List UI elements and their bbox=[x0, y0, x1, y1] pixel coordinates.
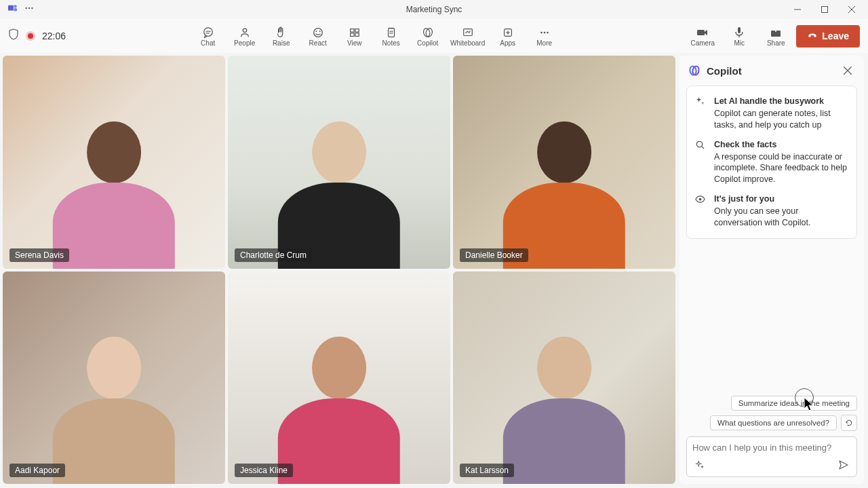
mic-button[interactable]: Mic bbox=[723, 21, 755, 51]
people-icon bbox=[239, 26, 251, 39]
toolbar-actions: Chat People Raise React View Notes Copil… bbox=[192, 21, 561, 51]
eye-icon bbox=[695, 193, 707, 229]
raise-hand-button[interactable]: Raise bbox=[265, 21, 298, 51]
participant-tile[interactable]: Aadi Kapoor bbox=[3, 271, 225, 485]
participant-tile[interactable]: Kat Larsson bbox=[453, 271, 675, 485]
view-button[interactable]: View bbox=[338, 21, 371, 51]
app-icon bbox=[8, 3, 18, 16]
participant-name: Kat Larsson bbox=[460, 464, 514, 477]
window-title: Marketing Sync bbox=[406, 5, 462, 14]
participant-name: Serena Davis bbox=[9, 248, 69, 262]
copilot-header: Copilot bbox=[679, 56, 864, 86]
send-button[interactable] bbox=[836, 457, 851, 472]
leave-button[interactable]: Leave bbox=[796, 25, 860, 48]
participant-name: Aadi Kapoor bbox=[9, 464, 65, 477]
copilot-input[interactable] bbox=[692, 443, 851, 453]
copilot-compose: Summarize ideas in the meeting What ques… bbox=[679, 390, 864, 484]
svg-rect-20 bbox=[355, 33, 359, 36]
view-icon bbox=[349, 26, 361, 39]
chat-button[interactable]: Chat bbox=[192, 21, 224, 51]
svg-rect-17 bbox=[350, 29, 353, 32]
svg-point-33 bbox=[540, 31, 542, 33]
svg-rect-18 bbox=[355, 29, 359, 32]
svg-rect-7 bbox=[822, 7, 828, 13]
notes-icon bbox=[385, 26, 397, 39]
svg-rect-19 bbox=[350, 33, 353, 36]
meeting-timer: 22:06 bbox=[42, 31, 66, 41]
copilot-tip: Let AI handle the busyworkCopilot can ge… bbox=[694, 92, 850, 135]
suggestion-chip[interactable]: What questions are unresolved? bbox=[710, 415, 837, 430]
svg-point-3 bbox=[25, 7, 26, 9]
privacy-shield-icon[interactable] bbox=[8, 29, 19, 43]
suggestion-chip[interactable]: Summarize ideas in the meeting bbox=[731, 396, 857, 411]
svg-rect-37 bbox=[738, 27, 741, 33]
camera-button[interactable]: Camera bbox=[686, 21, 719, 51]
refresh-suggestions-button[interactable] bbox=[841, 415, 857, 431]
mic-icon bbox=[732, 26, 746, 39]
copilot-title: Copilot bbox=[688, 64, 742, 77]
maximize-button[interactable] bbox=[811, 0, 838, 19]
svg-rect-2 bbox=[14, 8, 17, 11]
participant-name: Charlotte de Crum bbox=[235, 248, 312, 262]
copilot-close-button[interactable] bbox=[840, 62, 856, 79]
copilot-button[interactable]: Copilot bbox=[412, 21, 444, 51]
participant-tile[interactable]: Jessica Kline bbox=[228, 271, 450, 485]
svg-point-15 bbox=[315, 31, 317, 32]
sparkle-prompt-button[interactable] bbox=[692, 457, 707, 472]
share-button[interactable]: Share bbox=[760, 21, 792, 51]
meeting-status: 22:06 bbox=[8, 29, 66, 43]
apps-button[interactable]: Apps bbox=[492, 21, 524, 51]
whiteboard-icon bbox=[462, 26, 474, 39]
close-button[interactable] bbox=[838, 0, 865, 19]
chat-icon bbox=[202, 26, 214, 39]
svg-point-46 bbox=[699, 198, 702, 201]
share-icon bbox=[769, 26, 783, 39]
participant-tile[interactable]: Danielle Booker bbox=[453, 56, 675, 269]
whiteboard-button[interactable]: Whiteboard bbox=[448, 21, 488, 51]
svg-point-14 bbox=[313, 28, 322, 37]
svg-point-35 bbox=[547, 31, 549, 33]
svg-rect-21 bbox=[388, 28, 394, 37]
titlebar: Marketing Sync bbox=[0, 0, 868, 19]
svg-point-10 bbox=[203, 27, 212, 36]
apps-icon bbox=[502, 26, 514, 39]
copilot-input-box bbox=[686, 436, 857, 477]
participant-name: Jessica Kline bbox=[235, 464, 293, 477]
svg-point-1 bbox=[14, 5, 16, 7]
media-controls: Camera Mic Share Leave bbox=[686, 21, 860, 51]
participant-tile[interactable]: Serena Davis bbox=[3, 56, 225, 269]
camera-icon bbox=[696, 26, 709, 39]
notes-button[interactable]: Notes bbox=[375, 21, 408, 51]
copilot-tips-card: Let AI handle the busyworkCopilot can ge… bbox=[686, 86, 857, 239]
svg-rect-0 bbox=[8, 5, 14, 11]
hand-icon bbox=[275, 26, 288, 39]
participant-name: Danielle Booker bbox=[460, 248, 528, 262]
people-button[interactable]: People bbox=[229, 21, 261, 51]
svg-point-44 bbox=[696, 141, 702, 147]
suggestion-chips: Summarize ideas in the meeting What ques… bbox=[686, 396, 857, 431]
meeting-toolbar: 22:06 Chat People Raise React View Notes… bbox=[0, 19, 868, 53]
svg-point-16 bbox=[319, 31, 320, 32]
svg-point-13 bbox=[243, 29, 246, 32]
copilot-tip: Check the factsA response could be inacc… bbox=[694, 135, 850, 190]
svg-line-45 bbox=[702, 146, 704, 148]
ellipsis-icon bbox=[538, 26, 551, 39]
participant-tile[interactable]: Charlotte de Crum bbox=[228, 56, 450, 269]
svg-rect-29 bbox=[463, 29, 472, 35]
more-icon[interactable] bbox=[24, 3, 34, 16]
sparkle-icon bbox=[695, 96, 707, 131]
copilot-logo-icon bbox=[688, 64, 701, 77]
svg-point-5 bbox=[31, 7, 33, 9]
svg-rect-36 bbox=[697, 30, 705, 35]
copilot-icon bbox=[422, 26, 434, 39]
minimize-button[interactable] bbox=[784, 0, 811, 19]
magnifier-icon bbox=[695, 139, 707, 186]
copilot-panel: Copilot Let AI handle the busyworkCopilo… bbox=[679, 56, 864, 484]
titlebar-left bbox=[3, 3, 34, 16]
react-button[interactable]: React bbox=[302, 21, 334, 51]
leave-icon bbox=[807, 30, 818, 43]
svg-point-34 bbox=[543, 31, 545, 33]
main-area: Serena Davis Charlotte de Crum Danielle … bbox=[0, 53, 868, 488]
copilot-tip: It's just for youOnly you can see your c… bbox=[694, 189, 850, 233]
more-button[interactable]: More bbox=[528, 21, 561, 51]
